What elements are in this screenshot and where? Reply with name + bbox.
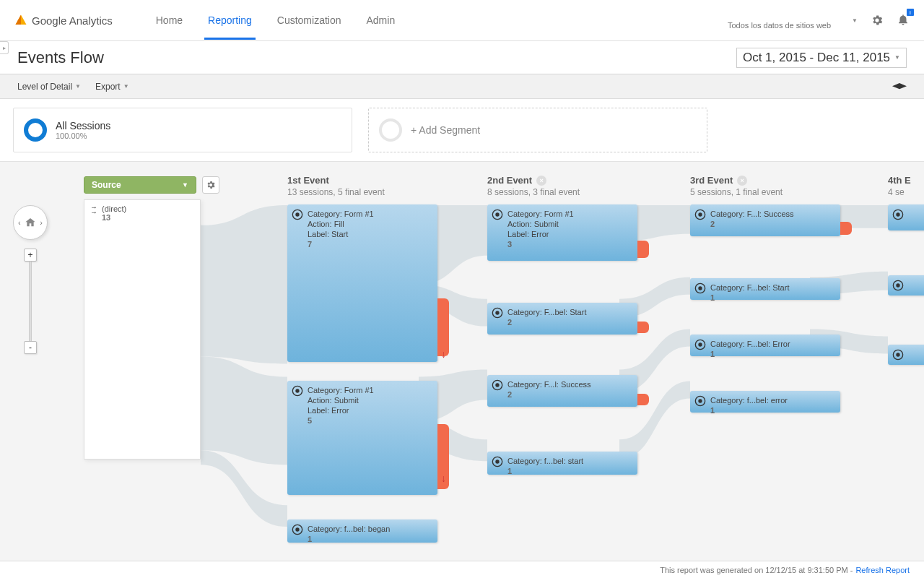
settings-icon[interactable] bbox=[871, 14, 884, 27]
nav-home[interactable]: Home bbox=[156, 1, 183, 39]
add-segment-button[interactable]: + Add Segment bbox=[368, 108, 707, 152]
event-icon bbox=[292, 209, 303, 220]
svg-point-30 bbox=[896, 353, 899, 356]
column-title: 3rd Event bbox=[690, 175, 733, 186]
flow-node[interactable]: Category: Form #1Action: SubmitLabel: Er… bbox=[287, 381, 437, 495]
zoom-out-button[interactable]: - bbox=[24, 341, 37, 354]
flow-node[interactable]: Category: F...bel: Start2 bbox=[487, 303, 637, 335]
nav-customization[interactable]: Customization bbox=[277, 1, 341, 39]
dropoff-marker bbox=[637, 322, 649, 333]
report-footer: This report was generated on 12/12/15 at… bbox=[0, 561, 924, 578]
flow-node[interactable]: Category: f...bel: began1 bbox=[287, 519, 437, 543]
segment-circle-icon bbox=[24, 118, 47, 142]
notification-badge: i bbox=[907, 9, 914, 16]
home-icon[interactable] bbox=[25, 217, 36, 228]
column-subtitle: 8 sessions, 3 final event bbox=[487, 187, 637, 197]
flow-column-2: 2nd Event× 8 sessions, 3 final event Cat… bbox=[487, 175, 637, 482]
column-title: 2nd Event bbox=[487, 175, 532, 186]
account-caret-icon[interactable]: ▼ bbox=[852, 17, 858, 24]
event-icon bbox=[892, 280, 904, 291]
logo[interactable]: Google Analytics bbox=[14, 14, 113, 27]
svg-marker-2 bbox=[892, 83, 907, 89]
flow-viz: Source ▼ ‹ › + - →→ (direct) 13 1st Even… bbox=[0, 161, 924, 567]
nav-reporting[interactable]: Reporting bbox=[208, 1, 252, 39]
segment-percent: 100.00% bbox=[56, 131, 110, 140]
column-remove-button[interactable]: × bbox=[737, 176, 747, 186]
flow-settings-button[interactable] bbox=[202, 176, 219, 194]
column-remove-button[interactable]: × bbox=[536, 176, 546, 186]
chevron-left-icon[interactable]: ‹ bbox=[18, 218, 21, 227]
dimension-row[interactable]: →→ (direct) 13 bbox=[84, 200, 200, 226]
flow-node[interactable]: Category: Form #1Action: SubmitLabel: Er… bbox=[487, 204, 637, 261]
chevron-down-icon: ▼ bbox=[75, 83, 81, 90]
event-icon bbox=[492, 307, 503, 319]
event-icon bbox=[892, 209, 904, 220]
topbar-right: Todos los datos de sitios web ▼ i bbox=[727, 10, 910, 30]
flow-node[interactable]: Category: Form #1Action: FillLabel: Star… bbox=[287, 204, 437, 362]
flow-node[interactable]: Category: F...bel: Error1 bbox=[690, 335, 840, 356]
svg-point-14 bbox=[495, 383, 499, 387]
column-subtitle: 5 sessions, 1 final event bbox=[690, 187, 840, 197]
chevron-right-icon[interactable]: › bbox=[40, 218, 43, 227]
dropoff-marker bbox=[637, 241, 649, 258]
account-picker[interactable]: Todos los datos de sitios web bbox=[727, 10, 839, 30]
flow-node[interactable] bbox=[888, 275, 924, 296]
flow-node[interactable] bbox=[888, 345, 924, 365]
event-icon bbox=[492, 209, 503, 220]
svg-point-20 bbox=[698, 286, 702, 290]
event-icon bbox=[694, 282, 706, 294]
flow-node[interactable]: Category: F...l: Success2 bbox=[487, 375, 637, 407]
dimension-panel: →→ (direct) 13 bbox=[84, 199, 201, 460]
flow-column-4: 4th E 4 se bbox=[888, 175, 924, 372]
chevron-down-icon: ▼ bbox=[894, 54, 900, 61]
nav-admin[interactable]: Admin bbox=[367, 1, 396, 39]
brand-text: Google Analytics bbox=[32, 14, 113, 27]
flow-node[interactable]: Category: f...bel: start1 bbox=[487, 452, 637, 475]
event-icon bbox=[694, 395, 706, 407]
segment-title: All Sessions bbox=[56, 120, 110, 131]
chevron-down-icon: ▼ bbox=[182, 181, 188, 189]
zoom-track[interactable] bbox=[29, 262, 32, 341]
svg-point-12 bbox=[495, 311, 499, 314]
event-icon bbox=[694, 339, 706, 350]
dropoff-arrow-icon: ↓ bbox=[441, 349, 446, 359]
export-menu[interactable]: Export▼ bbox=[95, 82, 129, 92]
education-icon[interactable] bbox=[892, 82, 907, 91]
flow-node[interactable]: Category: F...bel: Start1 bbox=[690, 278, 840, 300]
event-icon bbox=[694, 209, 706, 220]
zoom-in-button[interactable]: + bbox=[24, 249, 37, 262]
gear-icon bbox=[206, 180, 216, 190]
svg-point-24 bbox=[698, 399, 702, 402]
date-range-text: Oct 1, 2015 - Dec 11, 2015 bbox=[743, 51, 890, 65]
event-icon bbox=[492, 379, 503, 391]
flow-node[interactable] bbox=[888, 204, 924, 230]
column-subtitle: 13 sessions, 5 final event bbox=[287, 187, 437, 197]
sidebar-expand-button[interactable]: ▸ bbox=[0, 41, 9, 54]
toolbar: Level of Detail▼ Export▼ bbox=[0, 74, 924, 99]
account-sub: Todos los datos de sitios web bbox=[728, 21, 831, 30]
footer-timestamp: This report was generated on 12/12/15 at… bbox=[660, 566, 853, 574]
topbar: Google Analytics Home Reporting Customiz… bbox=[0, 0, 924, 41]
dimension-picker[interactable]: Source ▼ bbox=[84, 176, 196, 194]
flow-pan-control[interactable]: ‹ › bbox=[13, 205, 48, 240]
flow-column-1: 1st Event 13 sessions, 5 final event Cat… bbox=[287, 175, 437, 550]
notifications-button[interactable]: i bbox=[897, 13, 910, 27]
flow-node[interactable]: Category: F...l: Success2 bbox=[690, 204, 840, 236]
svg-point-26 bbox=[896, 212, 899, 216]
top-nav: Home Reporting Customization Admin bbox=[156, 1, 395, 39]
zoom-control: + - bbox=[24, 249, 37, 354]
flow-node[interactable]: Category: f...bel: error1 bbox=[690, 391, 840, 413]
level-of-detail-menu[interactable]: Level of Detail▼ bbox=[17, 82, 81, 92]
column-subtitle: 4 se bbox=[888, 187, 924, 197]
svg-point-4 bbox=[295, 212, 299, 216]
event-icon bbox=[292, 385, 303, 397]
date-range-picker[interactable]: Oct 1, 2015 - Dec 11, 2015 ▼ bbox=[736, 48, 907, 68]
svg-point-18 bbox=[698, 212, 702, 216]
segment-empty-circle-icon bbox=[379, 118, 402, 142]
dimension-row-count: 13 bbox=[102, 213, 126, 222]
svg-point-22 bbox=[698, 342, 702, 346]
traffic-arrows-icon: →→ bbox=[90, 204, 97, 215]
svg-point-10 bbox=[495, 212, 499, 216]
segment-all-sessions[interactable]: All Sessions 100.00% bbox=[13, 108, 352, 152]
refresh-report-link[interactable]: Refresh Report bbox=[855, 566, 910, 574]
